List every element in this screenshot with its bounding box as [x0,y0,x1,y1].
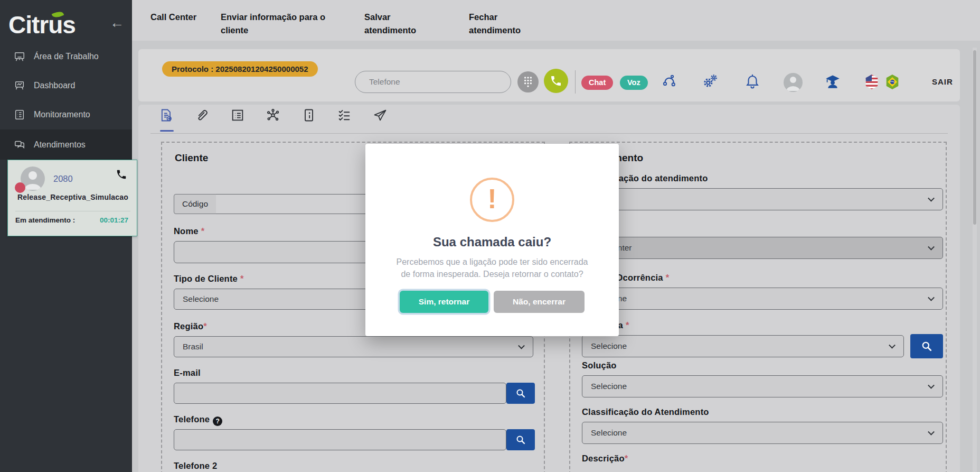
top-menu-bar: Call Center Enviar informação para o cli… [132,0,980,41]
descricao-label: Descrição* [582,454,628,464]
regiao-label: Região* [174,321,207,331]
dialpad-button[interactable] [517,71,539,92]
required-asterisk: * [203,321,207,331]
chevron-down-icon [928,195,935,202]
regiao-select[interactable]: Brasil [174,336,533,357]
chevron-down-icon [518,343,525,349]
call-status-label: Em atendimento : [15,216,75,224]
classificacao-atendimento-select[interactable] [582,188,943,210]
separator [575,70,576,94]
chat-channel-badge[interactable]: Chat [581,76,613,90]
sidebar-item-label: Área de Trabalho [34,52,99,61]
agent-call-card[interactable]: 2080 Release_Receptiva_Simulacao Em aten… [7,160,137,236]
sidebar-item-label: Atendimentos [34,140,86,150]
email-input[interactable] [174,383,506,404]
sidebar-item-label: Monitoramento [34,110,90,119]
tab-attachments-icon[interactable] [194,108,209,123]
settings-gears-icon[interactable] [702,73,718,89]
headset-icon[interactable] [661,73,677,89]
categoria-search-button[interactable] [910,334,943,358]
codigo-prefix-label: Código [174,194,216,214]
categoria-select[interactable]: Selecione [582,335,904,357]
card-divider [15,211,130,211]
required-asterisk: * [625,454,628,463]
menu-item-salvar-atendimento[interactable]: Salvar atendimento [364,11,438,37]
tab-checklist-icon[interactable] [337,108,352,123]
dial-phone-input[interactable] [355,71,511,93]
toolbar-divider [150,133,948,134]
sidebar-item-atendimentos[interactable]: Atendimentos [0,129,132,160]
sidebar-item-monitoramento[interactable]: Monitoramento [0,100,132,129]
sidebar-item-dashboard[interactable]: Dashboard [0,71,132,100]
menu-item-fechar-atendimento[interactable]: Fechar atendimento [469,11,543,37]
solucao-label: Solução [582,360,617,371]
tab-send-icon[interactable] [373,108,388,123]
scrollbar-thumb[interactable] [973,50,976,225]
call-dropped-dialog: ! Sua chamada caiu? Percebemos que a lig… [365,144,619,336]
tab-info-book-icon[interactable] [301,108,316,123]
monitoring-icon [14,109,25,121]
search-icon [516,388,525,398]
campaign-name: Release_Receptiva_Simulacao [8,193,138,201]
search-icon [921,341,932,351]
flag-us-icon[interactable] [864,74,879,90]
help-icon[interactable]: ? [213,417,222,426]
solucao-select[interactable]: Selecione [582,375,943,397]
user-avatar[interactable] [784,73,803,92]
tab-new-record-icon[interactable] [159,108,174,123]
app-window: Citrus ← Área de Trabalho Dashboard Moni… [0,0,980,472]
classificacao-label: Classificação do Atendimento [582,407,709,417]
protocol-badge: Protocolo : 202508201204250000052 [162,61,318,77]
required-asterisk: * [626,320,629,330]
dialpad-icon [523,76,533,88]
menu-item-call-center[interactable]: Call Center [150,11,198,24]
chevron-down-icon [889,342,896,349]
telefone-search-button[interactable] [506,429,535,450]
chats-icon [14,139,25,151]
ocorrencia-select[interactable]: Selecione [582,288,943,310]
section-title-cliente: Cliente [175,152,208,164]
training-graduate-icon[interactable] [825,73,841,89]
email-label: E-mail [174,368,201,378]
call-button[interactable] [544,69,568,93]
required-asterisk: * [201,226,205,236]
logout-button[interactable]: SAIR [932,77,953,86]
menu-item-enviar-informacao[interactable]: Enviar informação para o cliente [221,11,334,37]
warning-icon: ! [470,178,514,222]
classificacao-select[interactable]: Selecione [582,422,943,444]
atendimento-section: Atendimento Classificação do atendimento… [569,142,947,472]
call-icon [550,75,562,87]
dialog-title: Sua chamada caiu? [365,235,619,249]
scrollbar[interactable] [973,48,977,472]
app-logo: Citrus ← [8,11,125,44]
busy-status-dot [15,182,25,193]
chevron-down-icon [928,429,935,436]
chevron-down-icon [928,294,935,301]
chevron-down-icon [928,244,935,251]
search-icon [516,435,525,445]
sidebar-item-label: Dashboard [34,81,75,90]
email-search-button[interactable] [506,383,535,404]
telefone2-label: Telefone 2 [174,461,217,471]
person-icon [784,73,803,92]
collapse-sidebar-icon[interactable]: ← [110,15,124,31]
telefone-input[interactable] [174,429,506,450]
cancel-end-button[interactable]: Não, encerrar [494,291,585,313]
canal-select-disabled: Call Center [582,237,943,259]
nome-label: Nome* [174,226,204,236]
tab-network-icon[interactable] [266,108,280,123]
chevron-down-icon [928,382,935,389]
tipo-cliente-label: Tipo de Cliente* [174,274,244,284]
voice-channel-badge[interactable]: Voz [620,76,648,90]
notifications-bell-icon[interactable] [745,73,760,89]
confirm-return-button[interactable]: Sim, retornar [400,291,488,313]
logo-text: Citrus [8,11,76,39]
sidebar: Citrus ← Área de Trabalho Dashboard Moni… [0,0,132,472]
dialog-message: Percebemos que a ligação pode ter sido e… [376,256,608,280]
flag-br-icon[interactable] [885,74,900,90]
sidebar-item-area-de-trabalho[interactable]: Área de Trabalho [0,42,132,71]
call-timer: 00:01:27 [100,216,128,224]
call-header-bar: Protocolo : 202508201204250000052 Chat V… [138,49,960,101]
tab-list-icon[interactable] [230,108,245,123]
agent-extension: 2080 [53,174,73,184]
